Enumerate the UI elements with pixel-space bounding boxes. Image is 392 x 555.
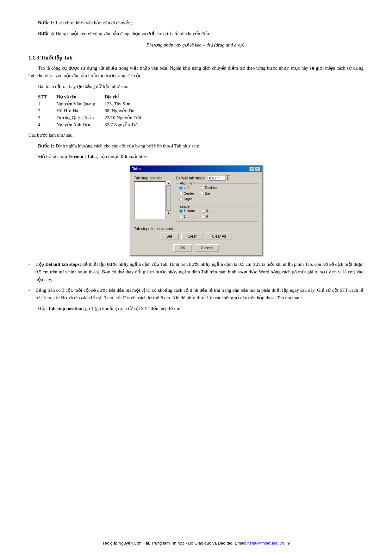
cell-2-0: 3: [38, 114, 56, 121]
top-row: Tab stop position: ▲ ▼: [134, 175, 258, 224]
dialog-title: Tabs: [132, 167, 141, 171]
alignment-label: Alignment: [179, 181, 197, 185]
data-table: STT Họ và tên Địa chỉ 1Nguyễn Văn Quang1…: [38, 93, 151, 128]
radio-leader-four-label: 4 ___: [206, 215, 215, 218]
dialog-titlebar: Tabs ? ×: [130, 166, 262, 172]
mo-bang-pre: Mở bảng chọn: [38, 154, 68, 159]
table-row: 2Hồ Hải Hà68, Nguyễn Du: [38, 107, 151, 114]
bullet-item-2: - Bảng trên có 3 cột, mỗi cột sẽ được bắ…: [28, 286, 364, 302]
cell-3-2: 32/7 Nguyễn Trãi: [104, 121, 151, 128]
cancel-button[interactable]: Cancel: [195, 244, 219, 252]
scroll-track: [166, 185, 171, 211]
scroll-up-btn[interactable]: ▲: [166, 181, 171, 185]
dialog-wrapper: Tabs ? × Tab stop position:: [28, 165, 364, 256]
radio-center[interactable]: [179, 192, 183, 195]
radio-leader-none[interactable]: [179, 209, 183, 213]
clear-all-button[interactable]: Clear All: [206, 233, 233, 240]
bullet-content-1: Hộp Default tab stops: để thiết lập bước…: [35, 260, 364, 283]
buoc1-label: Bước 1:: [38, 20, 54, 25]
radio-bar-label: Bar: [205, 191, 210, 195]
radio-center-row: Center: [179, 191, 194, 195]
hop-tab-paragraph: Hộp Tab stop position: gõ 1 (gõ khoảng c…: [28, 305, 364, 312]
cell-2-2: 23/10 Nguyễn Trãi: [104, 114, 151, 121]
col-stt: STT: [38, 93, 56, 100]
radio-bar[interactable]: [201, 192, 204, 195]
leader-label: Leader: [179, 204, 192, 208]
page-number-inline: 9: [287, 541, 289, 546]
table-row: 1Nguyễn Văn Quang123, Tây Sơn: [38, 100, 151, 107]
radio-decimal-row: Decimal: [201, 186, 218, 190]
radio-none-row: 1 None: [179, 209, 196, 213]
buoc2-label: Bước 2:: [38, 31, 54, 36]
clear-button[interactable]: Clear: [181, 233, 203, 240]
tab-stop-listbox[interactable]: [134, 181, 166, 219]
mo-bang-bold2: Tab: [120, 154, 127, 159]
mo-bang-mid: , hộp thoại: [97, 154, 120, 159]
close-button[interactable]: ×: [255, 167, 260, 171]
cac-buoc-paragraph: Các bước làm như sau:: [28, 131, 364, 139]
leader-group: Leader 1 None 2 .........: [176, 207, 258, 221]
page-content: Bước 1: Lựa chọn khối văn bản cần di chu…: [28, 19, 364, 312]
center-italic-content: Phương pháp này gọi là kéo – thả (drag a…: [146, 42, 246, 47]
footer-text: Tác giả: Nguyễn Sơn Hải, Trung tâm Tin h…: [102, 541, 247, 546]
tab-cleared-section: Tab stops to be cleared:: [134, 227, 258, 231]
alignment-col-left: Left Center Right: [179, 186, 194, 202]
scroll-down-btn[interactable]: ▼: [166, 211, 171, 215]
default-tab-input[interactable]: [208, 176, 225, 181]
bullet-content-2: Bảng trên có 3 cột, mỗi cột sẽ được bắt …: [35, 286, 364, 302]
dialog-body: Tab stop position: ▲ ▼: [130, 172, 262, 255]
radio-left[interactable]: [179, 186, 183, 190]
radio-leader-three[interactable]: [202, 209, 205, 213]
radio-right-label: Right: [184, 197, 192, 201]
help-button[interactable]: ?: [249, 167, 254, 171]
table-row: 4Nguyễn Anh Đức32/7 Nguyễn Trãi: [38, 121, 151, 128]
hop-tab-pre: Hộp: [38, 306, 48, 311]
right-section: Default tab stops: ▲ ▼ Alignment: [176, 175, 258, 224]
radio-four-row: 4 ___: [202, 215, 218, 218]
ok-button[interactable]: OK: [173, 244, 192, 252]
cell-1-1: Hồ Hải Hà: [56, 107, 104, 114]
leader-col-right: 3 -------- 4 ___: [202, 209, 218, 219]
alignment-col-right: Decimal Bar: [201, 186, 218, 202]
spin-buttons: ▲ ▼: [226, 175, 230, 181]
tab-stop-label: Tab stop position:: [134, 176, 168, 180]
buoc2-text1: Dùng chuột kéo: [56, 31, 88, 36]
radio-left-row: Left: [179, 186, 194, 190]
cell-1-0: 2: [38, 107, 56, 114]
mo-bang-bold: Format | Tab..: [68, 154, 97, 159]
buoc1-paragraph: Bước 1: Lựa chọn khối văn bản cần di chu…: [28, 19, 364, 27]
radio-right-row: Right: [179, 197, 194, 201]
radio-left-label: Left: [184, 186, 190, 190]
table-header-row: STT Họ và tên Địa chỉ: [38, 93, 151, 100]
radio-bar-row: Bar: [201, 191, 218, 195]
buoc1-dinh-label: Bước 1:: [38, 143, 54, 148]
buoc2-tha: thả: [147, 31, 154, 36]
cell-3-1: Nguyễn Anh Đức: [56, 121, 104, 128]
radio-leader-three-label: 3 --------: [206, 209, 218, 213]
cell-2-1: Dương Quốc Toản: [56, 114, 104, 121]
buoc2-text2: vùng văn bản đang chọn và: [91, 31, 147, 36]
spin-up-btn[interactable]: ▲: [226, 175, 230, 178]
cell-0-1: Nguyễn Văn Quang: [56, 100, 104, 107]
radio-three-row: 3 --------: [202, 209, 218, 213]
cleared-label: Tab stops to be cleared:: [134, 227, 258, 231]
radio-leader-four[interactable]: [202, 215, 205, 218]
set-button[interactable]: Set: [160, 233, 179, 240]
buoc2-text3: lên vị trí cần di chuyển đến.: [154, 31, 210, 36]
default-tab-label: Default tab stops:: [176, 176, 205, 180]
cell-0-2: 123, Tây Sơn: [104, 100, 151, 107]
cell-0-0: 1: [38, 100, 56, 107]
footer-email[interactable]: nshai@moet.edu.vn: [247, 541, 284, 546]
radio-right[interactable]: [179, 197, 183, 201]
buoc2-re: rê: [88, 31, 92, 36]
radio-decimal-label: Decimal: [205, 186, 218, 190]
section-heading: 1.1.3 Thiết lập Tab: [28, 54, 364, 61]
radio-decimal[interactable]: [201, 186, 204, 190]
alignment-group: Alignment Left Center: [176, 184, 258, 204]
spin-down-btn[interactable]: ▼: [226, 178, 230, 181]
radio-leader-two[interactable]: [179, 215, 183, 218]
action-buttons-row: Set Clear Clear All: [134, 233, 258, 240]
buoc1-dinh-text: Định nghĩa khoảng cách cho các cột của b…: [54, 143, 199, 148]
tab-intro-paragraph: Tab là công cụ được sử dụng rất nhiều tr…: [28, 64, 364, 79]
bullet-dash-1: -: [28, 260, 34, 283]
